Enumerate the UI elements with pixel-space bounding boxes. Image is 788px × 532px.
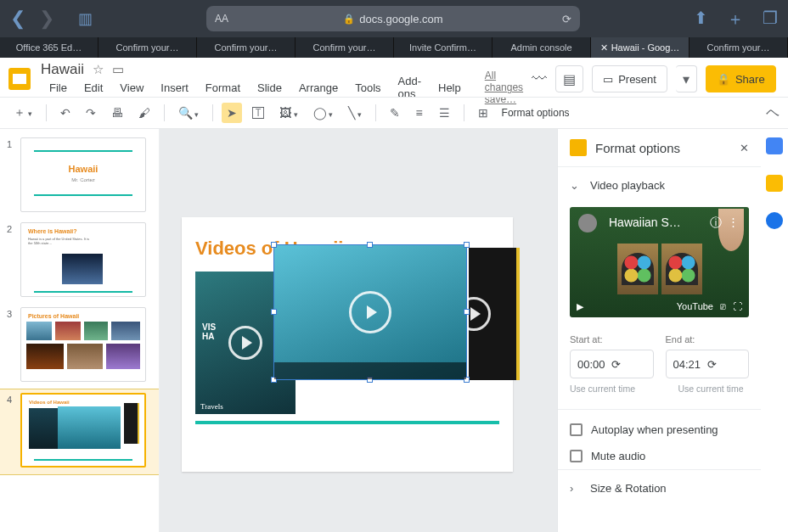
comment-history-button[interactable]: ▤ [555, 65, 583, 92]
mask-icon[interactable]: ≡ [410, 103, 429, 123]
checkbox-icon[interactable] [570, 450, 583, 462]
close-panel-icon[interactable]: ✕ [740, 142, 749, 154]
mute-checkbox-row[interactable]: Mute audio [558, 443, 761, 469]
menu-arrange[interactable]: Arrange [290, 78, 346, 98]
play-icon[interactable]: ▶ [577, 301, 583, 312]
slide-thumbnail[interactable]: Pictures of Hawaii [20, 307, 146, 382]
slide-canvas[interactable]: Videos of Hawaii Travels VISHA [182, 217, 513, 472]
url-text: docs.google.com [359, 13, 442, 25]
forward-nav-icon[interactable]: ❯ [39, 8, 54, 30]
move-folder-icon[interactable]: ▭ [112, 62, 124, 77]
use-current-start[interactable]: Use current time [570, 384, 641, 394]
keep-icon[interactable] [766, 175, 783, 192]
slide-thumbnail-panel: 1 Hawaii Mr. Cortez 2 Where is Hawaii? H… [0, 129, 160, 532]
back-nav-icon[interactable]: ❮ [10, 8, 25, 30]
close-tab-icon[interactable]: ✕ [600, 42, 608, 53]
share-button[interactable]: 🔒 Share [706, 65, 776, 92]
replace-image-icon[interactable]: ⊞ [473, 103, 493, 123]
size-rotation-section[interactable]: › Size & Rotation [558, 470, 761, 507]
select-tool-icon[interactable]: ➤ [222, 103, 242, 123]
tabs-icon[interactable]: ❐ [763, 8, 778, 31]
video-selected[interactable] [273, 244, 467, 380]
activity-icon[interactable]: 〰︎ [532, 70, 547, 88]
browser-tab[interactable]: Confirm your… [98, 37, 197, 58]
start-at-label: Start at: [570, 334, 654, 344]
menu-file[interactable]: File [41, 78, 76, 98]
end-at-label: End at: [666, 334, 750, 344]
new-slide-button[interactable]: ＋ [8, 102, 37, 124]
autoplay-checkbox-row[interactable]: Autoplay when presenting [558, 417, 761, 443]
doc-title[interactable]: Hawaii [41, 61, 84, 78]
slide-thumbnail[interactable]: Hawaii Mr. Cortez [20, 137, 146, 212]
image-icon[interactable]: 🖼 [274, 103, 303, 123]
format-options-button[interactable]: Format options [502, 107, 570, 119]
play-icon [228, 326, 262, 360]
menu-format[interactable]: Format [197, 78, 249, 98]
textbox-icon[interactable]: 🅃 [247, 103, 269, 123]
video-preview[interactable]: Hawaiian S… ⓘ ⋮ ▶ YouTube ⎚ ⛶ [570, 207, 749, 317]
slide-canvas-area[interactable]: Videos of Hawaii Travels VISHA [160, 129, 557, 532]
print-icon[interactable]: 🖶 [106, 103, 128, 123]
crop-icon[interactable]: ✎ [385, 103, 405, 123]
zoom-icon[interactable]: 🔍 [173, 103, 205, 123]
video-right[interactable] [469, 248, 520, 380]
present-dropdown[interactable]: ▾ [676, 65, 697, 92]
undo-icon[interactable]: ↶ [55, 103, 76, 123]
chevron-right-icon: › [570, 482, 582, 495]
browser-tab[interactable]: Confirm your… [197, 37, 296, 58]
line-icon[interactable]: ╲ [343, 103, 367, 123]
menu-slide[interactable]: Slide [249, 78, 290, 98]
reset-icon[interactable]: ☰ [434, 103, 455, 123]
play-icon [349, 291, 391, 333]
browser-tab[interactable]: Admin console [492, 37, 591, 58]
browser-tab-active[interactable]: ✕Hawaii - Goog… [591, 37, 690, 58]
lock-icon: 🔒 [343, 14, 355, 25]
slide-thumbnail-current[interactable]: Videos of Hawaii [20, 393, 146, 468]
checkbox-icon[interactable] [570, 423, 583, 436]
menu-tools[interactable]: Tools [346, 78, 389, 98]
slide-thumbnail[interactable]: Where is Hawaii? Hawaii is a part of the… [20, 222, 146, 297]
slides-logo-icon[interactable] [8, 68, 31, 90]
collapse-menus-icon[interactable]: ヘ [766, 104, 780, 122]
menu-help[interactable]: Help [430, 78, 470, 98]
browser-tab[interactable]: Office 365 Ed… [0, 37, 98, 58]
menu-view[interactable]: View [111, 78, 152, 98]
slide-number: 3 [7, 307, 15, 382]
browser-tab[interactable]: Invite Confirm… [394, 37, 492, 58]
star-icon[interactable]: ☆ [93, 62, 104, 77]
start-at-input[interactable]: 00:00 ⟳ [570, 350, 654, 378]
slide-number: 4 [7, 393, 15, 468]
youtube-label[interactable]: YouTube [677, 301, 713, 311]
browser-tab[interactable]: Confirm your… [296, 37, 394, 58]
end-at-input[interactable]: 04:21 ⟳ [666, 350, 750, 378]
refresh-icon[interactable]: ⟳ [707, 358, 741, 371]
refresh-icon[interactable]: ⟳ [611, 358, 645, 371]
side-icon-rail [761, 129, 788, 532]
format-options-title: Format options [595, 141, 731, 155]
present-icon: ▭ [603, 73, 613, 86]
browser-tabs: Office 365 Ed… Confirm your… Confirm you… [0, 37, 788, 58]
share-icon[interactable]: ⬆︎ [694, 8, 708, 31]
browser-tab[interactable]: Confirm your… [690, 37, 788, 58]
bookmarks-icon[interactable]: ▥ [78, 9, 93, 28]
tasks-icon[interactable] [766, 212, 783, 229]
paint-format-icon[interactable]: 🖌 [133, 103, 155, 123]
format-options-panel: Format options ✕ ⌄ Video playback Hawaii… [557, 129, 761, 532]
reload-icon[interactable]: ⟳ [562, 13, 571, 25]
calendar-icon[interactable] [766, 137, 783, 154]
fullscreen-icon[interactable]: ⛶ [733, 301, 742, 311]
share-lock-icon: 🔒 [717, 73, 730, 86]
menu-edit[interactable]: Edit [76, 78, 111, 98]
text-size-icon[interactable]: AA [215, 13, 228, 25]
new-tab-icon[interactable]: ＋ [727, 8, 744, 31]
shape-icon[interactable]: ◯ [308, 103, 339, 123]
cast-icon[interactable]: ⎚ [720, 301, 726, 311]
slide-accent-line [195, 421, 499, 424]
present-button[interactable]: ▭ Present [592, 65, 667, 92]
slide-number: 2 [7, 222, 15, 297]
redo-icon[interactable]: ↷ [81, 103, 101, 123]
menu-insert[interactable]: Insert [152, 78, 197, 98]
address-bar[interactable]: AA 🔒 docs.google.com ⟳ [206, 6, 580, 31]
video-playback-section[interactable]: ⌄ Video playback [558, 167, 761, 204]
use-current-end[interactable]: Use current time [678, 384, 750, 394]
